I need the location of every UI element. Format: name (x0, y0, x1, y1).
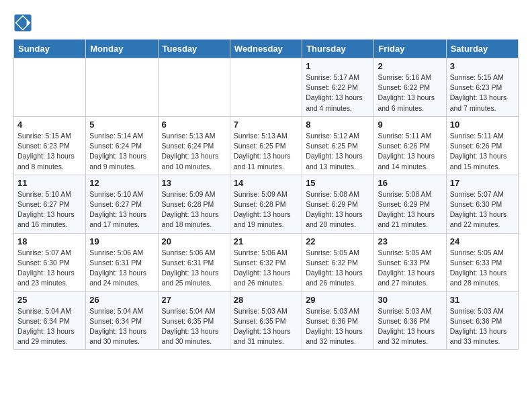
day-cell: 22Sunrise: 5:05 AM Sunset: 6:32 PM Dayli… (302, 233, 374, 291)
day-cell: 5Sunrise: 5:14 AM Sunset: 6:24 PM Daylig… (86, 116, 158, 175)
day-number: 17 (450, 178, 515, 188)
day-cell: 27Sunrise: 5:04 AM Sunset: 6:35 PM Dayli… (158, 291, 230, 350)
day-number: 29 (306, 295, 370, 305)
day-cell: 8Sunrise: 5:12 AM Sunset: 6:25 PM Daylig… (302, 116, 374, 175)
day-cell: 31Sunrise: 5:03 AM Sunset: 6:36 PM Dayli… (446, 291, 518, 350)
day-number: 21 (234, 236, 298, 246)
day-cell: 30Sunrise: 5:03 AM Sunset: 6:36 PM Dayli… (374, 291, 446, 350)
col-header-wednesday: Wednesday (230, 40, 302, 58)
day-cell: 25Sunrise: 5:04 AM Sunset: 6:34 PM Dayli… (14, 291, 86, 350)
day-info: Sunrise: 5:07 AM Sunset: 6:30 PM Dayligh… (17, 248, 82, 289)
day-cell: 20Sunrise: 5:06 AM Sunset: 6:31 PM Dayli… (158, 233, 230, 291)
day-info: Sunrise: 5:16 AM Sunset: 6:22 PM Dayligh… (378, 73, 442, 113)
day-number: 24 (450, 236, 515, 246)
day-number: 19 (89, 236, 154, 246)
day-info: Sunrise: 5:04 AM Sunset: 6:34 PM Dayligh… (17, 306, 82, 347)
day-cell: 19Sunrise: 5:06 AM Sunset: 6:31 PM Dayli… (86, 233, 158, 291)
day-number: 1 (306, 61, 370, 71)
day-cell: 12Sunrise: 5:10 AM Sunset: 6:27 PM Dayli… (86, 175, 158, 233)
day-number: 2 (378, 61, 442, 71)
day-number: 8 (306, 120, 370, 130)
day-info: Sunrise: 5:06 AM Sunset: 6:31 PM Dayligh… (162, 248, 226, 289)
col-header-thursday: Thursday (302, 40, 374, 58)
day-cell: 2Sunrise: 5:16 AM Sunset: 6:22 PM Daylig… (374, 58, 446, 117)
day-info: Sunrise: 5:09 AM Sunset: 6:28 PM Dayligh… (234, 189, 298, 230)
day-number: 5 (89, 120, 154, 130)
day-info: Sunrise: 5:10 AM Sunset: 6:27 PM Dayligh… (17, 189, 82, 230)
day-cell (158, 58, 230, 117)
logo (13, 13, 35, 32)
day-info: Sunrise: 5:03 AM Sunset: 6:36 PM Dayligh… (378, 306, 442, 347)
col-header-monday: Monday (86, 40, 158, 58)
page: SundayMondayTuesdayWednesdayThursdayFrid… (0, 0, 532, 357)
day-cell: 14Sunrise: 5:09 AM Sunset: 6:28 PM Dayli… (230, 175, 302, 233)
day-number: 28 (234, 295, 298, 305)
day-cell: 4Sunrise: 5:15 AM Sunset: 6:23 PM Daylig… (14, 116, 86, 175)
day-info: Sunrise: 5:08 AM Sunset: 6:29 PM Dayligh… (306, 189, 370, 230)
week-row-3: 11Sunrise: 5:10 AM Sunset: 6:27 PM Dayli… (14, 175, 519, 233)
day-info: Sunrise: 5:04 AM Sunset: 6:34 PM Dayligh… (89, 306, 154, 347)
day-cell (86, 58, 158, 117)
day-cell: 10Sunrise: 5:11 AM Sunset: 6:26 PM Dayli… (446, 116, 518, 175)
day-number: 15 (306, 178, 370, 188)
day-cell: 23Sunrise: 5:05 AM Sunset: 6:33 PM Dayli… (374, 233, 446, 291)
day-number: 6 (162, 120, 226, 130)
day-number: 20 (162, 236, 226, 246)
day-cell: 17Sunrise: 5:07 AM Sunset: 6:30 PM Dayli… (446, 175, 518, 233)
day-number: 27 (162, 295, 226, 305)
day-info: Sunrise: 5:04 AM Sunset: 6:35 PM Dayligh… (162, 306, 226, 347)
calendar-table: SundayMondayTuesdayWednesdayThursdayFrid… (13, 39, 519, 350)
day-number: 4 (17, 120, 82, 130)
week-row-2: 4Sunrise: 5:15 AM Sunset: 6:23 PM Daylig… (14, 116, 519, 175)
day-cell: 28Sunrise: 5:03 AM Sunset: 6:35 PM Dayli… (230, 291, 302, 350)
day-cell: 1Sunrise: 5:17 AM Sunset: 6:22 PM Daylig… (302, 58, 374, 117)
day-info: Sunrise: 5:06 AM Sunset: 6:32 PM Dayligh… (234, 248, 298, 289)
day-info: Sunrise: 5:11 AM Sunset: 6:26 PM Dayligh… (378, 131, 442, 172)
day-cell: 9Sunrise: 5:11 AM Sunset: 6:26 PM Daylig… (374, 116, 446, 175)
day-cell: 16Sunrise: 5:08 AM Sunset: 6:29 PM Dayli… (374, 175, 446, 233)
col-header-friday: Friday (374, 40, 446, 58)
day-info: Sunrise: 5:05 AM Sunset: 6:33 PM Dayligh… (378, 248, 442, 289)
day-info: Sunrise: 5:14 AM Sunset: 6:24 PM Dayligh… (89, 131, 154, 172)
day-info: Sunrise: 5:13 AM Sunset: 6:24 PM Dayligh… (162, 131, 226, 172)
day-number: 12 (89, 178, 154, 188)
day-number: 10 (450, 120, 515, 130)
day-cell: 11Sunrise: 5:10 AM Sunset: 6:27 PM Dayli… (14, 175, 86, 233)
day-info: Sunrise: 5:11 AM Sunset: 6:26 PM Dayligh… (450, 131, 515, 172)
day-cell: 6Sunrise: 5:13 AM Sunset: 6:24 PM Daylig… (158, 116, 230, 175)
day-info: Sunrise: 5:07 AM Sunset: 6:30 PM Dayligh… (450, 189, 515, 230)
header (13, 13, 519, 32)
day-number: 25 (17, 295, 82, 305)
day-number: 26 (89, 295, 154, 305)
day-info: Sunrise: 5:03 AM Sunset: 6:36 PM Dayligh… (306, 306, 370, 347)
day-number: 18 (17, 236, 82, 246)
day-info: Sunrise: 5:13 AM Sunset: 6:25 PM Dayligh… (234, 131, 298, 172)
day-number: 30 (378, 295, 442, 305)
day-number: 16 (378, 178, 442, 188)
day-info: Sunrise: 5:15 AM Sunset: 6:23 PM Dayligh… (450, 73, 515, 113)
day-number: 23 (378, 236, 442, 246)
day-number: 22 (306, 236, 370, 246)
day-number: 13 (162, 178, 226, 188)
day-info: Sunrise: 5:15 AM Sunset: 6:23 PM Dayligh… (17, 131, 82, 172)
day-cell: 13Sunrise: 5:09 AM Sunset: 6:28 PM Dayli… (158, 175, 230, 233)
day-cell: 15Sunrise: 5:08 AM Sunset: 6:29 PM Dayli… (302, 175, 374, 233)
logo-icon (13, 13, 32, 32)
day-info: Sunrise: 5:03 AM Sunset: 6:36 PM Dayligh… (450, 306, 515, 347)
day-number: 9 (378, 120, 442, 130)
day-number: 14 (234, 178, 298, 188)
day-cell: 29Sunrise: 5:03 AM Sunset: 6:36 PM Dayli… (302, 291, 374, 350)
day-number: 31 (450, 295, 515, 305)
col-header-sunday: Sunday (14, 40, 86, 58)
day-info: Sunrise: 5:12 AM Sunset: 6:25 PM Dayligh… (306, 131, 370, 172)
day-cell (230, 58, 302, 117)
day-info: Sunrise: 5:10 AM Sunset: 6:27 PM Dayligh… (89, 189, 154, 230)
day-cell: 3Sunrise: 5:15 AM Sunset: 6:23 PM Daylig… (446, 58, 518, 117)
day-info: Sunrise: 5:05 AM Sunset: 6:32 PM Dayligh… (306, 248, 370, 289)
week-row-5: 25Sunrise: 5:04 AM Sunset: 6:34 PM Dayli… (14, 291, 519, 350)
header-row: SundayMondayTuesdayWednesdayThursdayFrid… (14, 40, 519, 58)
day-cell: 24Sunrise: 5:05 AM Sunset: 6:33 PM Dayli… (446, 233, 518, 291)
day-cell: 21Sunrise: 5:06 AM Sunset: 6:32 PM Dayli… (230, 233, 302, 291)
day-info: Sunrise: 5:17 AM Sunset: 6:22 PM Dayligh… (306, 73, 370, 113)
day-info: Sunrise: 5:06 AM Sunset: 6:31 PM Dayligh… (89, 248, 154, 289)
